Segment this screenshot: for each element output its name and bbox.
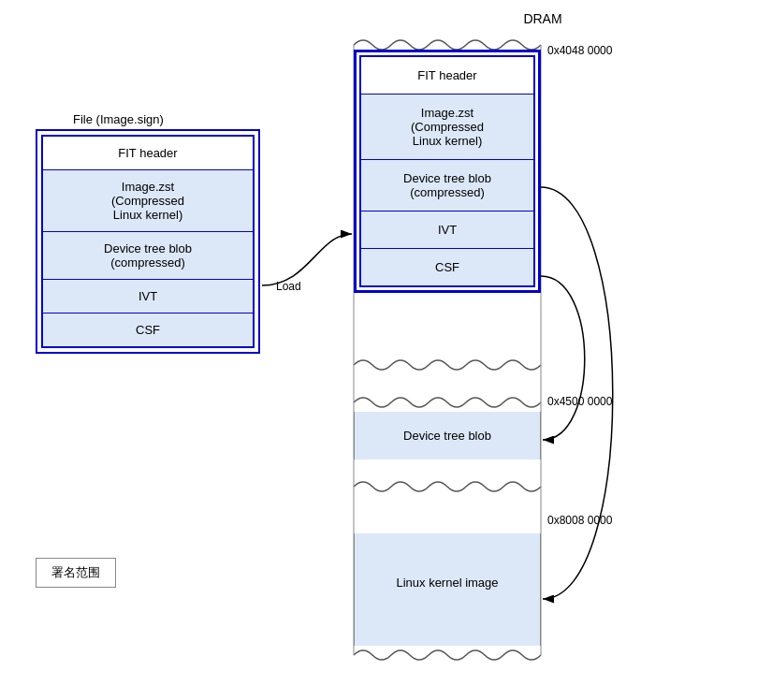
svg-text:0x4048 0000: 0x4048 0000 — [547, 44, 613, 57]
dram-label: DRAM — [449, 11, 636, 26]
signature-box: 署名范围 — [36, 558, 116, 588]
diagram-container: File (Image.sign) FIT header Image.zst(C… — [0, 0, 772, 700]
file-label: File (Image.sign) — [73, 112, 164, 126]
dram-row-fit-header: FIT header — [361, 57, 533, 95]
dram-device-tree-section: Device tree blob — [354, 412, 541, 459]
dram-linux-kernel-section: Linux kernel image — [354, 533, 541, 646]
file-row-fit-header: FIT header — [43, 137, 253, 170]
file-box: FIT header Image.zst(CompressedLinux ker… — [36, 129, 260, 354]
dram-fit-block: FIT header Image.zst(CompressedLinux ker… — [354, 50, 541, 293]
dram-row-ivt: IVT — [361, 211, 533, 249]
dram-fit-inner: FIT header Image.zst(CompressedLinux ker… — [359, 55, 535, 287]
svg-text:0x4500 0000: 0x4500 0000 — [547, 395, 613, 408]
svg-text:Load: Load — [276, 280, 301, 293]
dram-row-image-zst: Image.zst(CompressedLinux kernel) — [361, 95, 533, 160]
file-box-inner: FIT header Image.zst(CompressedLinux ker… — [41, 135, 255, 348]
file-row-ivt: IVT — [43, 280, 253, 314]
file-row-csf: CSF — [43, 314, 253, 346]
dram-row-csf: CSF — [361, 249, 533, 285]
file-row-device-tree-compressed: Device tree blob(compressed) — [43, 232, 253, 280]
dram-row-device-tree-compressed: Device tree blob(compressed) — [361, 160, 533, 211]
file-row-image-zst: Image.zst(CompressedLinux kernel) — [43, 170, 253, 232]
svg-text:0x8008 0000: 0x8008 0000 — [547, 514, 613, 527]
